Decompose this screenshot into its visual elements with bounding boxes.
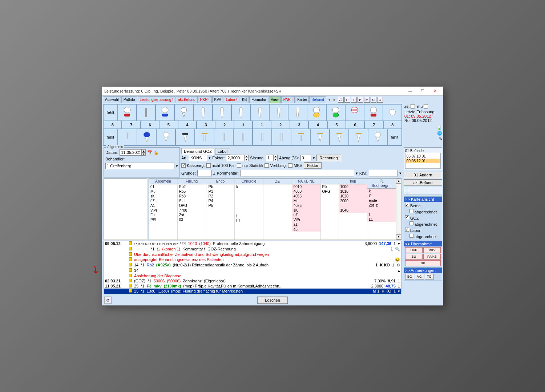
scroll-up-icon[interactable]: ▴ xyxy=(398,268,400,273)
tab-prev[interactable]: ◂ xyxy=(327,97,332,103)
tab-formular[interactable]: Formular xyxy=(249,96,268,103)
behandler-input[interactable] xyxy=(105,163,174,169)
code-cell[interactable]: ViPr xyxy=(292,217,320,222)
tooth-u1[interactable] xyxy=(231,104,250,121)
tooth-l1b[interactable] xyxy=(253,129,272,146)
tooth-l1[interactable] xyxy=(233,129,253,146)
codetab-suchbegriff[interactable]: 🔍 Suchbegriff xyxy=(367,179,396,189)
spin-down-icon[interactable]: ▼ xyxy=(141,152,146,156)
behandler-dropdown-icon[interactable]: ▾ xyxy=(176,164,178,168)
tab-aktbefund[interactable]: akt.Befund xyxy=(176,96,198,103)
code-cell[interactable]: 4025 xyxy=(292,203,320,208)
tool-m[interactable]: M xyxy=(364,97,370,103)
entry-row[interactable]: 02.03.21 (GOZ) *1 50006 (50006) Zahnkran… xyxy=(104,278,401,283)
tooth-u2b[interactable] xyxy=(269,104,288,121)
tooth-u8b[interactable] xyxy=(383,104,402,121)
befund-item[interactable]: 06.07.10 01 xyxy=(406,154,440,159)
code-cell[interactable]: 03 xyxy=(178,217,206,222)
scroll-down-icon[interactable]: ▾ xyxy=(396,234,401,240)
gear-icon[interactable]: ⚙ xyxy=(396,263,400,268)
side-icon-1[interactable]: 📊 xyxy=(437,126,442,130)
nurstat-checkbox[interactable]: nur Statistik xyxy=(237,163,263,168)
code-cell[interactable]: Stat xyxy=(178,199,206,203)
tooth-u5[interactable] xyxy=(156,104,174,121)
entry-row[interactable]: *1 t1 (komen 1) Kommentar f. GOZ-Rechnun… xyxy=(104,246,401,252)
faktor-input[interactable] xyxy=(226,155,244,161)
code-cell[interactable]: Mu xyxy=(149,189,177,194)
entry-row[interactable]: 09.05.12 17,16,15,14,13,12,11,21,22,23,2… xyxy=(104,241,401,246)
code-cell[interactable]: L1 xyxy=(367,217,396,222)
code-cell[interactable]: PSI xyxy=(149,217,177,222)
code-cell[interactable]: IP4 xyxy=(206,199,235,203)
kartei-header[interactable]: >> Karteiansicht xyxy=(404,197,442,202)
scroll-up-icon[interactable]: ▴ xyxy=(396,179,401,184)
bp-button[interactable]: BP xyxy=(405,260,441,266)
code-cell[interactable]: ViPr xyxy=(149,208,177,213)
tooth-u2[interactable] xyxy=(213,104,231,121)
codetab-endo[interactable]: Endo xyxy=(206,179,235,184)
mkv-checkbox[interactable]: MKV xyxy=(288,163,302,168)
hkp-button[interactable]: HKP xyxy=(405,247,423,253)
codetab-imp[interactable]: Imp xyxy=(339,179,367,184)
code-cell[interactable]: 7700 xyxy=(178,208,206,213)
anmerk-header[interactable]: >> Anmerkungen xyxy=(404,268,442,273)
codetab-allgemein[interactable]: Allgemein xyxy=(149,179,177,184)
tooth-u6[interactable] xyxy=(137,104,156,121)
tooth-l2b[interactable] xyxy=(272,129,291,146)
code-cell[interactable]: IP2 xyxy=(206,194,235,199)
code-cell[interactable]: sK xyxy=(292,208,320,213)
entry-list[interactable]: 09.05.12 17,16,15,14,13,12,11,21,22,23,2… xyxy=(104,241,401,294)
spin-up-icon[interactable]: ▲ xyxy=(141,149,146,152)
kartei-abger-checkbox[interactable]: abgerechnet xyxy=(405,209,441,215)
entry-row[interactable]: 11.05.21 25 *1 F3_mkv (2100mk) (mop) Prä… xyxy=(104,283,401,289)
code-cell[interactable]: t1 xyxy=(367,193,396,198)
datum-input[interactable] xyxy=(120,149,141,156)
mu-checkbox[interactable]: mu xyxy=(417,104,428,109)
entry-row-selected[interactable]: 25 *1 13c0 (13c0) (mop) Füllung dreifläc… xyxy=(104,289,401,294)
kommentar-input[interactable] xyxy=(240,170,354,176)
code-cell[interactable]: Rö5 xyxy=(178,189,206,194)
kartei-abger2-checkbox[interactable]: abgerechnet xyxy=(405,221,441,227)
tooth-l2[interactable] xyxy=(214,129,233,146)
aktbefund-button[interactable]: akt.Befund xyxy=(404,179,442,186)
print-icon[interactable]: 🖨 xyxy=(338,97,344,103)
entry-row[interactable]: ausgeprägter Behandlungsresistenz des Pa… xyxy=(104,257,401,262)
kommentar-dropdown-icon[interactable]: ▾ xyxy=(356,171,358,176)
code-cell[interactable]: ende xyxy=(367,198,396,203)
tab-kb[interactable]: KB xyxy=(240,96,249,103)
code-cell[interactable]: IP5 xyxy=(206,203,235,208)
codetab-pakbnl[interactable]: PA,KB,NL xyxy=(292,179,320,184)
zst-checkbox[interactable]: zst xyxy=(404,104,415,109)
tool-o[interactable]: O xyxy=(377,97,383,103)
loeschen-button[interactable]: Löschen xyxy=(257,297,288,304)
rechnung-button[interactable]: Rechnung xyxy=(316,155,341,161)
tooth-l6[interactable] xyxy=(137,129,156,146)
tool-c[interactable]: C xyxy=(371,97,376,103)
abzug-input[interactable] xyxy=(300,155,311,161)
code-cell[interactable]: 01 xyxy=(149,184,177,189)
tooth-l6b[interactable] xyxy=(349,129,368,146)
codetab-fuellung[interactable]: Füllung xyxy=(178,179,206,184)
kartei-goz-checkbox[interactable]: ✓GOZ xyxy=(405,215,441,221)
lock-icon[interactable]: 🔒 xyxy=(154,150,159,155)
tab-kartei[interactable]: Kartei xyxy=(295,96,309,103)
tooth-u4b[interactable] xyxy=(307,104,326,121)
tool-p[interactable]: P xyxy=(344,97,350,103)
code-cell[interactable]: 1000 xyxy=(339,184,367,189)
side-icon-3[interactable]: ✎ xyxy=(439,136,442,141)
art-select[interactable] xyxy=(189,155,207,161)
code-cell[interactable]: Ä1 xyxy=(149,203,177,208)
bg-button[interactable]: BG xyxy=(405,274,414,279)
tab-leistungserfassung[interactable]: Leistungserfassung ! xyxy=(138,96,175,103)
code-cell[interactable]: Zst xyxy=(178,213,206,217)
kzvi-dropdown-icon[interactable]: ▾ xyxy=(399,171,401,176)
tooth-l4b[interactable] xyxy=(310,129,330,146)
art-dropdown-icon[interactable]: ▾ xyxy=(209,156,211,160)
code-cell[interactable]: I xyxy=(235,214,263,219)
tooth-u1b[interactable] xyxy=(250,104,269,121)
vg-button[interactable]: VG xyxy=(415,274,424,279)
code-cell[interactable]: 4050 xyxy=(292,189,320,194)
code-cell[interactable]: k xyxy=(235,184,263,189)
uebernahme-header[interactable]: >> Übernahme xyxy=(404,241,442,246)
code-cell[interactable]: üZ xyxy=(149,199,177,203)
